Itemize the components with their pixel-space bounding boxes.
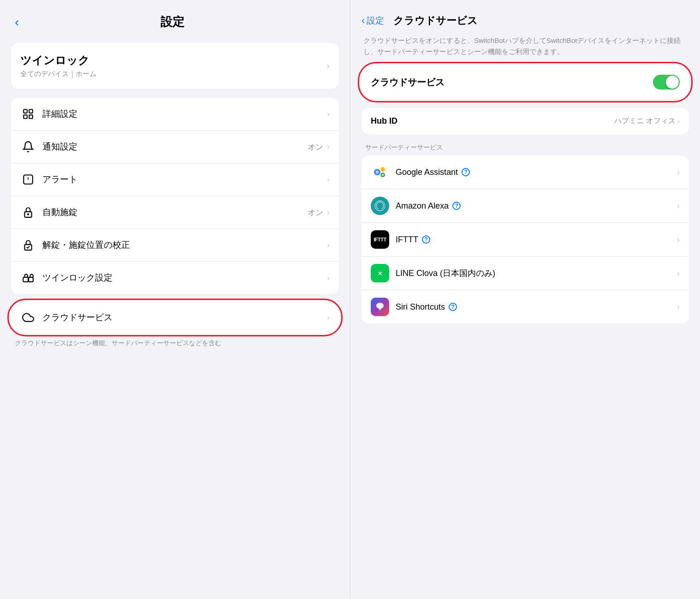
cloud-toggle-container: クラウドサービス	[362, 66, 689, 99]
cloud-toggle-switch[interactable]	[653, 75, 680, 90]
svg-text:✕: ✕	[378, 270, 382, 277]
notification-label: 通知設定	[42, 141, 308, 153]
svg-point-14	[380, 167, 385, 172]
twin-lock-settings-chevron: ›	[327, 273, 330, 283]
calibrate-icon	[20, 237, 36, 253]
twin-lock-sub: 全てのデバイス｜ホーム	[20, 70, 96, 78]
right-title: クラウドサービス	[393, 14, 478, 28]
service-item-alexa[interactable]: Amazon Alexa ? ›	[362, 189, 689, 223]
svg-point-16	[382, 174, 384, 176]
svg-point-13	[377, 172, 378, 173]
service-list: Google Assistant ? › Amazon Alexa ? ›	[362, 156, 689, 323]
detail-label: 詳細設定	[42, 108, 327, 120]
right-back-label: 設定	[367, 15, 384, 27]
svg-rect-2	[24, 115, 27, 119]
autolock-label: 自動施錠	[42, 206, 308, 218]
cloud-service-item[interactable]: クラウドサービス ›	[11, 301, 339, 334]
twin-lock-icon	[20, 270, 36, 286]
twin-lock-info: ツインロック 全てのデバイス｜ホーム	[20, 53, 96, 78]
settings-item-alert[interactable]: アラート ›	[11, 163, 339, 196]
cloud-service-label: クラウドサービス	[42, 311, 327, 323]
cloud-service-wrapper: クラウドサービス ›	[11, 301, 339, 334]
alert-label: アラート	[42, 174, 327, 186]
twin-lock-settings-label: ツインロック設定	[42, 272, 327, 284]
settings-item-autolock[interactable]: 自動施錠 オン ›	[11, 196, 339, 229]
google-assistant-label: Google Assistant ?	[396, 168, 677, 177]
right-panel: ‹ 設定 クラウドサービス クラウドサービスをオンにすると、SwitchBotハ…	[350, 0, 700, 599]
twin-lock-name: ツインロック	[20, 53, 96, 68]
toggle-knob	[666, 76, 679, 89]
left-back-icon[interactable]: ‹	[15, 15, 19, 30]
autolock-icon	[20, 204, 36, 220]
siri-icon-wrap	[371, 298, 389, 316]
service-item-google[interactable]: Google Assistant ? ›	[362, 156, 689, 189]
hub-id-value-text: ハブミニ オフィス	[614, 116, 675, 126]
autolock-chevron: ›	[327, 208, 330, 217]
cloud-toggle-label: クラウドサービス	[371, 76, 445, 89]
autolock-status: オン	[308, 207, 323, 218]
alexa-chevron: ›	[677, 201, 680, 211]
settings-item-detail[interactable]: 詳細設定 ›	[11, 98, 339, 131]
siri-chevron: ›	[677, 302, 680, 312]
hub-id-chevron: ›	[677, 117, 680, 126]
alexa-label: Amazon Alexa ?	[396, 201, 677, 211]
cloud-chevron: ›	[327, 313, 330, 323]
bell-icon	[20, 139, 36, 155]
service-item-siri[interactable]: Siri Shortcuts ? ›	[362, 290, 689, 323]
alexa-help-icon[interactable]: ?	[452, 202, 461, 210]
svg-rect-3	[29, 115, 33, 119]
google-assistant-icon	[371, 163, 389, 181]
siri-icon	[371, 298, 389, 316]
google-chevron: ›	[677, 168, 680, 177]
twin-lock-chevron: ›	[326, 60, 330, 71]
right-back-btn[interactable]: ‹ 設定	[362, 15, 384, 27]
line-chevron: ›	[677, 269, 680, 278]
siri-help-icon[interactable]: ?	[449, 303, 457, 311]
left-panel: ‹ 設定 ツインロック 全てのデバイス｜ホーム › 詳細設定 ›	[0, 0, 350, 599]
alert-icon	[20, 172, 36, 187]
svg-rect-0	[24, 109, 27, 113]
section-label: サードパーティーサービス	[362, 144, 689, 152]
line-icon: ✕	[371, 264, 389, 282]
settings-list: 詳細設定 › 通知設定 オン › アラート ›	[11, 98, 339, 294]
cloud-toggle-card: クラウドサービス	[362, 66, 689, 99]
ifttt-help-icon[interactable]: ?	[422, 235, 430, 244]
notification-status: オン	[308, 142, 323, 152]
google-help-icon[interactable]: ?	[462, 168, 470, 176]
alert-chevron: ›	[327, 175, 330, 185]
settings-item-twin-lock[interactable]: ツインロック設定 ›	[11, 262, 339, 294]
right-back-chevron: ‹	[362, 15, 365, 27]
right-description: クラウドサービスをオンにすると、SwitchBotハブを介してSwitchBot…	[362, 35, 689, 57]
svg-rect-9	[29, 277, 33, 282]
grid-icon	[20, 106, 36, 122]
twin-lock-card[interactable]: ツインロック 全てのデバイス｜ホーム ›	[11, 43, 339, 89]
detail-chevron: ›	[327, 109, 330, 119]
settings-item-calibrate[interactable]: 解錠・施錠位置の校正 ›	[11, 229, 339, 262]
line-label: LINE Clova (日本国内のみ)	[396, 268, 677, 279]
footer-note: クラウドサービスはシーン機能、サードパーティーサービスなどを含む	[11, 338, 339, 348]
hub-id-label: Hub ID	[371, 116, 397, 126]
alexa-icon	[371, 197, 389, 215]
ifttt-label: IFTTT ?	[396, 235, 677, 245]
notification-chevron: ›	[327, 142, 330, 152]
svg-point-6	[28, 214, 29, 215]
cloud-item-card: クラウドサービス ›	[11, 301, 339, 334]
calibrate-chevron: ›	[327, 240, 330, 250]
left-title: 設定	[23, 14, 339, 30]
svg-rect-1	[29, 109, 33, 113]
cloud-icon	[20, 310, 36, 325]
ifttt-chevron: ›	[677, 235, 680, 245]
siri-label: Siri Shortcuts ?	[396, 302, 677, 312]
ifttt-icon: IFTTT	[371, 230, 389, 249]
service-item-ifttt[interactable]: IFTTT IFTTT ? ›	[362, 223, 689, 257]
hub-id-card[interactable]: Hub ID ハブミニ オフィス ›	[362, 108, 689, 134]
left-nav-bar: ‹ 設定	[15, 14, 339, 30]
right-nav-row: ‹ 設定 クラウドサービス	[362, 14, 689, 28]
svg-rect-8	[23, 277, 28, 282]
ifttt-icon-wrap: IFTTT	[371, 230, 389, 249]
service-item-line[interactable]: ✕ LINE Clova (日本国内のみ) ›	[362, 257, 689, 290]
settings-item-notification[interactable]: 通知設定 オン ›	[11, 131, 339, 163]
line-icon-wrap: ✕	[371, 264, 389, 282]
alexa-icon-wrap	[371, 197, 389, 215]
cloud-toggle-row: クラウドサービス	[371, 75, 680, 90]
